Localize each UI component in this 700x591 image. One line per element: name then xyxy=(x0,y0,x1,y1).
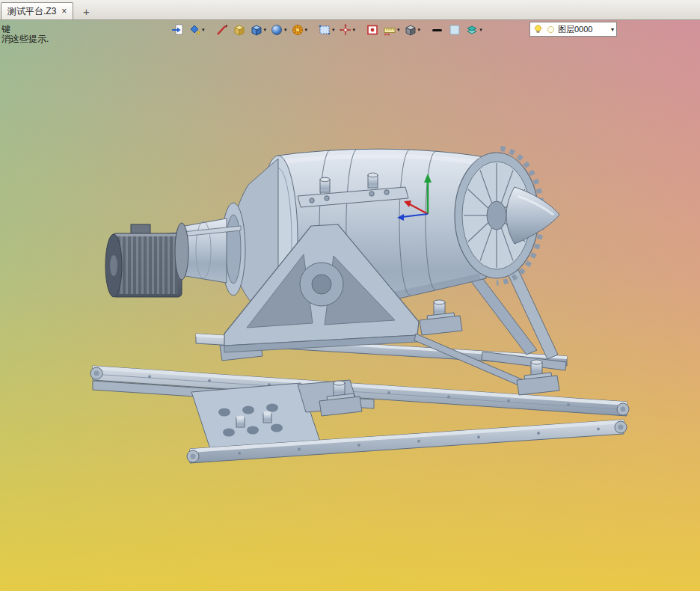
dropdown-caret[interactable]: ▾ xyxy=(332,27,335,33)
view-toolbar: ▾ ▾ xyxy=(171,22,486,37)
layers-button[interactable]: ▾ xyxy=(465,23,482,37)
sketch-pen-button[interactable] xyxy=(215,23,229,37)
paint-bucket-icon xyxy=(188,23,201,37)
3d-viewport[interactable] xyxy=(0,19,700,591)
hint-line-2: 消这些提示. xyxy=(1,34,49,44)
hint-text: 键 消这些提示. xyxy=(1,25,49,44)
line-width-button[interactable] xyxy=(431,23,444,37)
layer-color-badge xyxy=(545,24,556,35)
dropdown-caret[interactable]: ▾ xyxy=(397,27,400,33)
appearance-cube-icon xyxy=(404,23,417,37)
background-swatch-icon xyxy=(448,23,461,37)
document-tab[interactable]: 测试平台.Z3 × xyxy=(1,2,73,19)
dropdown-caret[interactable]: ▾ xyxy=(418,27,421,33)
section-box-icon xyxy=(318,23,331,37)
tab-bar: 测试平台.Z3 × + xyxy=(0,0,700,20)
paint-style-button[interactable]: ▾ xyxy=(188,23,205,37)
capture-icon xyxy=(366,23,379,37)
gear-icon xyxy=(291,23,304,37)
pen-icon xyxy=(215,23,229,37)
section-box-button[interactable]: ▾ xyxy=(318,23,335,37)
cube-icon xyxy=(250,23,263,37)
sphere-icon xyxy=(270,23,283,37)
layers-icon xyxy=(465,23,479,37)
open-document-button[interactable] xyxy=(171,23,184,37)
move-crosshair-icon xyxy=(339,23,352,37)
extrude-box-icon xyxy=(233,23,246,37)
dropdown-caret[interactable]: ▾ xyxy=(305,27,308,33)
open-document-icon xyxy=(171,23,184,37)
document-tab-label: 测试平台.Z3 xyxy=(7,5,56,18)
dropdown-caret[interactable]: ▾ xyxy=(284,27,287,33)
new-tab-button[interactable]: + xyxy=(79,4,93,19)
move-axis-button[interactable]: ▾ xyxy=(339,23,356,37)
gear-wheel-button[interactable]: ▾ xyxy=(291,23,308,37)
sphere-button[interactable]: ▾ xyxy=(270,23,287,37)
ruler-icon xyxy=(383,23,396,37)
solid-cube-button[interactable]: ▾ xyxy=(250,23,267,37)
dropdown-caret[interactable]: ▾ xyxy=(264,27,267,33)
bulb-icon[interactable] xyxy=(532,24,544,35)
measure-button[interactable]: ▾ xyxy=(383,23,400,37)
background-button[interactable] xyxy=(448,23,461,37)
current-layer-label: 图层0000 xyxy=(558,24,609,35)
layer-combo[interactable]: 图层0000 ▾ xyxy=(529,22,617,37)
line-width-icon xyxy=(431,23,444,37)
extrude-block-button[interactable] xyxy=(233,23,246,37)
close-tab-icon[interactable]: × xyxy=(61,7,67,16)
dropdown-caret[interactable]: ▾ xyxy=(202,27,205,33)
capture-button[interactable] xyxy=(366,23,379,37)
appearance-cube-button[interactable]: ▾ xyxy=(404,23,421,37)
layer-dropdown-caret[interactable]: ▾ xyxy=(611,26,614,33)
dropdown-caret[interactable]: ▾ xyxy=(353,27,356,33)
dropdown-caret[interactable]: ▾ xyxy=(479,27,482,33)
